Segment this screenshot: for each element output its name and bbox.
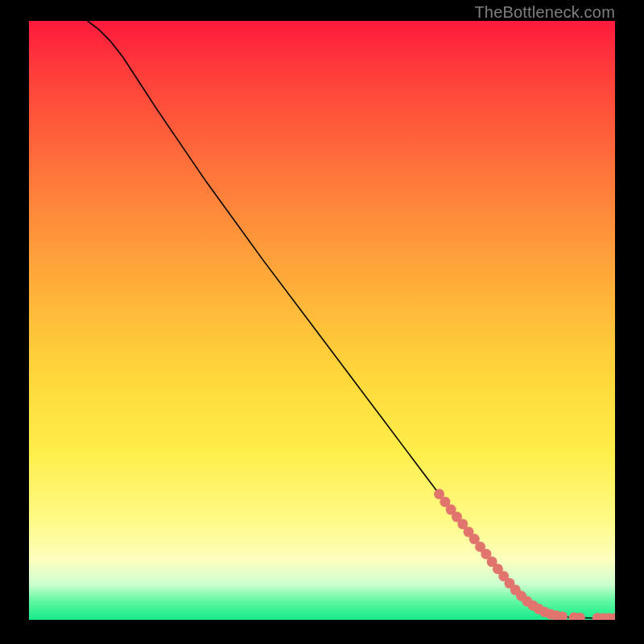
data-markers (434, 489, 615, 620)
attribution-label: TheBottleneck.com (474, 3, 615, 22)
chart-frame: TheBottleneck.com (0, 0, 644, 644)
data-curve (88, 21, 615, 618)
chart-overlay (29, 21, 615, 620)
